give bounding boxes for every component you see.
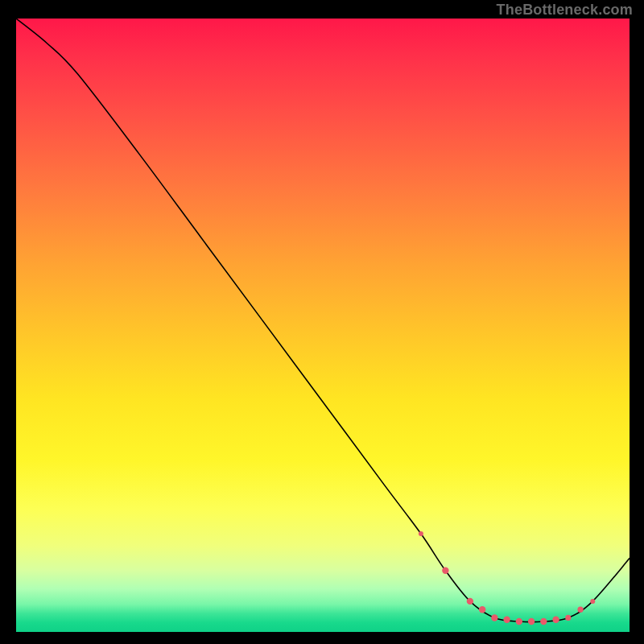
marker-dot: [503, 617, 510, 623]
marker-dot: [491, 614, 497, 621]
marker-dot: [479, 606, 485, 613]
plot-area: [16, 19, 630, 632]
marker-dot: [442, 568, 448, 574]
marker-dot: [590, 599, 595, 604]
marker-dot: [528, 618, 535, 625]
marker-dot: [419, 531, 423, 536]
marker-dot: [540, 618, 547, 625]
marker-dot: [565, 615, 571, 621]
marker-dot: [577, 607, 583, 613]
marker-dot: [516, 618, 522, 625]
marker-dot: [467, 598, 473, 605]
marker-dot: [552, 617, 559, 623]
curve-svg: [16, 19, 630, 632]
curve-line: [16, 19, 630, 622]
chart-stage: TheBottleneck.com: [0, 0, 644, 644]
marker-group: [419, 531, 595, 625]
credit-text: TheBottleneck.com: [497, 2, 633, 19]
